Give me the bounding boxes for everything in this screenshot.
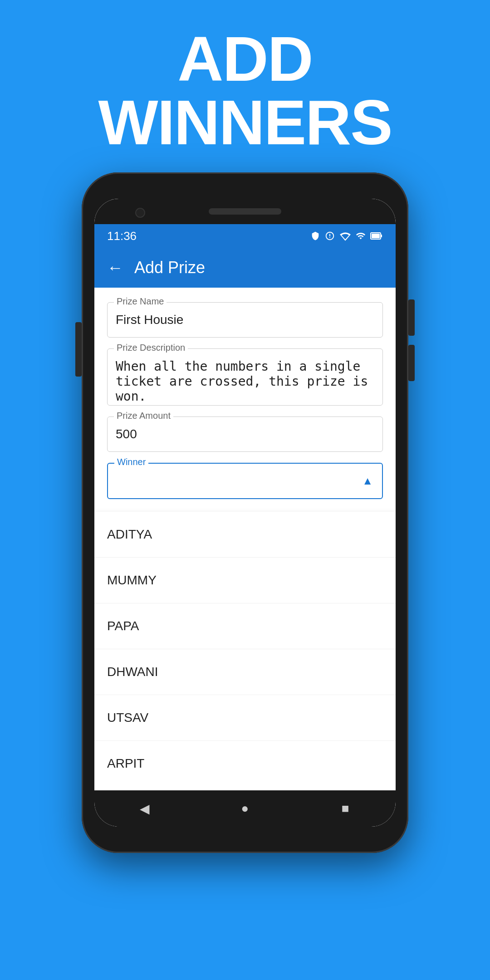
prize-name-input[interactable] [108,303,382,337]
phone-screen: 11:36 [94,199,396,827]
prize-description-input[interactable]: When all the numbers in a single ticket … [108,349,382,403]
hero-line1: ADD [98,27,392,91]
dropdown-item-dhwani[interactable]: DHWANI [94,649,396,695]
battery-icon [370,231,383,241]
winner-input[interactable] [108,464,362,498]
data-saver-icon [325,231,335,241]
winner-dropdown-list: ADITYAMUMMYPAPADHWANIUTSAVARPIT [94,512,396,790]
nav-bar: ◀ ● ■ [94,790,396,827]
dropdown-item-utsav[interactable]: UTSAV [94,695,396,741]
volume-up-button[interactable] [408,299,415,336]
dropdown-item-mummy[interactable]: MUMMY [94,558,396,603]
hero-title: ADD WINNERS [98,27,392,154]
winner-dropdown[interactable]: Winner ▲ [107,463,383,499]
wifi-icon [339,231,351,241]
back-button[interactable]: ← [107,258,123,277]
camera [135,208,145,218]
prize-description-field[interactable]: Prize Description When all the numbers i… [107,348,383,406]
form-section: Prize Name Prize Description When all th… [94,288,396,512]
power-button[interactable] [75,322,82,377]
dropdown-item-arpit[interactable]: ARPIT [94,741,396,786]
status-icons [310,231,383,241]
status-time: 11:36 [107,229,137,243]
prize-amount-label: Prize Amount [114,411,173,421]
speaker [209,208,281,215]
dropdown-item-papa[interactable]: PAPA [94,603,396,649]
app-bar-title: Add Prize [134,258,205,277]
phone-device: 11:36 [82,172,408,853]
dropdown-arrow-icon[interactable]: ▲ [362,475,382,487]
winner-label: Winner [114,457,148,467]
svg-rect-2 [381,235,382,237]
hero-line2: WINNERS [98,91,392,154]
nav-recent-button[interactable]: ■ [332,795,359,822]
shield-icon [310,231,320,241]
app-bar: ← Add Prize [94,248,396,288]
phone-notch [94,199,396,224]
signal-icon [356,231,366,241]
prize-name-label: Prize Name [114,296,167,307]
nav-home-button[interactable]: ● [231,795,259,822]
dropdown-item-aditya[interactable]: ADITYA [94,512,396,558]
prize-description-label: Prize Description [114,343,188,353]
prize-amount-input[interactable] [108,417,382,451]
prize-name-field[interactable]: Prize Name [107,302,383,338]
nav-back-button[interactable]: ◀ [131,795,158,822]
content-area: Prize Name Prize Description When all th… [94,288,396,790]
status-bar: 11:36 [94,224,396,248]
prize-amount-field[interactable]: Prize Amount [107,416,383,452]
svg-rect-1 [372,234,380,238]
volume-down-button[interactable] [408,345,415,381]
